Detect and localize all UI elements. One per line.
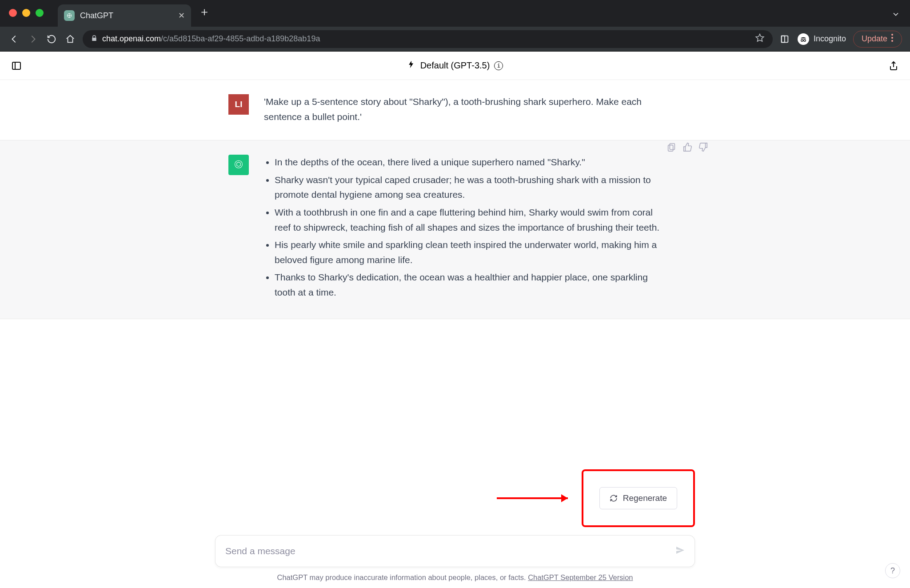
lock-icon [91,35,98,44]
forward-button[interactable] [27,33,39,45]
copy-icon[interactable] [667,142,676,154]
svg-point-7 [891,40,893,42]
svg-rect-11 [668,145,673,152]
footer-version-link[interactable]: ChatGPT September 25 Version [528,573,633,581]
svg-point-4 [804,39,806,41]
list-item: With a toothbrush in one fin and a cape … [275,205,664,235]
user-initials: LI [235,100,243,109]
svg-rect-2 [782,36,785,42]
tab-close-icon[interactable]: ✕ [178,12,185,20]
home-button[interactable] [64,33,76,45]
composer-box[interactable] [215,535,695,567]
regenerate-button[interactable]: Regenerate [599,487,677,509]
help-label: ? [890,566,895,576]
app-header: Default (GPT-3.5) i [0,52,910,80]
model-info-icon[interactable]: i [494,61,503,70]
bolt-icon [407,60,416,71]
browser-tab-strip: ChatGPT ✕ ＋ [0,0,910,27]
conversation-area: LI 'Make up a 5-sentence story about "Sh… [0,80,910,469]
footer-text: ChatGPT may produce inaccurate informati… [277,573,528,581]
svg-point-5 [891,34,893,36]
regenerate-label: Regenerate [623,493,667,503]
chatgpt-favicon-icon [64,10,75,21]
svg-rect-10 [670,144,675,150]
composer-area: Regenerate ChatGPT may produce inaccurat… [0,469,910,588]
chatgpt-app: Default (GPT-3.5) i LI 'Make up a 5-sent… [0,52,910,588]
message-input[interactable] [224,545,675,557]
message-actions [667,142,708,154]
list-item: In the depths of the ocean, there lived … [275,155,664,170]
thumbs-up-icon[interactable] [682,142,692,154]
annotation-highlight: Regenerate [582,469,695,527]
composer: ChatGPT may produce inaccurate informati… [215,535,695,582]
browser-toolbar: chat.openai.com/c/a5d815ba-af29-4855-adb… [0,27,910,52]
window-close-button[interactable] [9,9,17,17]
model-name: Default (GPT-3.5) [420,60,490,71]
svg-rect-8 [12,62,20,69]
url-text: chat.openai.com/c/a5d815ba-af29-4855-adb… [102,34,320,44]
model-selector[interactable]: Default (GPT-3.5) i [407,60,503,71]
new-tab-button[interactable]: ＋ [197,4,212,19]
window-maximize-button[interactable] [36,9,44,17]
update-label: Update [862,34,887,44]
extensions-icon[interactable] [779,33,790,45]
share-button[interactable] [887,59,900,72]
assistant-message-row: In the depths of the ocean, there lived … [0,140,910,319]
window-minimize-button[interactable] [22,9,30,17]
regenerate-wrapper: Regenerate [215,469,695,527]
assistant-avatar [228,155,249,175]
user-avatar: LI [228,94,249,115]
send-icon[interactable] [675,545,686,557]
list-item: Sharky wasn't your typical caped crusade… [275,172,664,202]
address-bar[interactable]: chat.openai.com/c/a5d815ba-af29-4855-adb… [83,30,773,48]
user-message-row: LI 'Make up a 5-sentence story about "Sh… [0,80,910,140]
list-item: Thanks to Sharky's dedication, the ocean… [275,270,664,300]
update-button[interactable]: Update [853,31,902,48]
incognito-icon [798,33,809,45]
help-button[interactable]: ? [885,563,900,578]
annotation-arrow-icon [495,492,575,505]
incognito-label: Incognito [814,34,846,44]
tab-title: ChatGPT [80,11,173,20]
thumbs-down-icon[interactable] [698,142,708,154]
footer-disclaimer: ChatGPT may produce inaccurate informati… [215,573,695,582]
list-item: His pearly white smile and sparkling cle… [275,237,664,267]
assistant-bullet-list: In the depths of the ocean, there lived … [264,155,664,300]
incognito-indicator[interactable]: Incognito [798,33,846,45]
assistant-message-content: In the depths of the ocean, there lived … [264,155,664,302]
browser-tab[interactable]: ChatGPT ✕ [58,4,191,27]
svg-point-3 [801,39,803,41]
toolbar-right-cluster: Incognito Update [779,31,902,48]
back-button[interactable] [8,33,20,45]
bookmark-star-icon[interactable] [755,33,765,45]
window-controls [9,9,44,17]
user-message-text: 'Make up a 5-sentence story about "Shark… [264,94,664,124]
reload-button[interactable] [45,33,58,45]
browser-menu-icon[interactable] [891,34,894,44]
sidebar-toggle-button[interactable] [10,59,23,72]
tabs-overflow-icon[interactable] [891,10,900,20]
svg-point-6 [891,37,893,39]
